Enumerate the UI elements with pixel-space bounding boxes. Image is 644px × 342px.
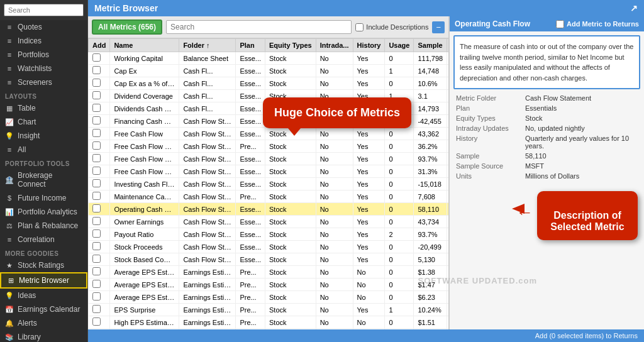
- table-row[interactable]: Free Cash Flow as ... Cash Flow Stat... …: [89, 153, 449, 165]
- row-name[interactable]: High EPS Estimate ...: [110, 316, 179, 329]
- table-row[interactable]: Cap Ex as a % of S... Cash Fl... Esse...…: [89, 77, 449, 90]
- row-name[interactable]: Free Cash Flow as ...: [110, 165, 179, 178]
- row-name[interactable]: Working Capital: [110, 52, 179, 65]
- table-row[interactable]: Average EPS Estim... Earnings Estim... P…: [89, 291, 449, 304]
- sidebar-item-stock-ratings[interactable]: ★ Stock Ratings: [0, 258, 87, 272]
- include-descriptions-checkbox-wrapper[interactable]: Include Descriptions: [355, 23, 428, 31]
- row-add-checkbox[interactable]: [89, 165, 110, 178]
- row-name[interactable]: Payout Ratio: [110, 228, 179, 241]
- include-descriptions-checkbox[interactable]: [355, 23, 364, 31]
- col-intra[interactable]: Intrada...: [316, 39, 353, 52]
- sidebar-item-table[interactable]: ▦ Table: [0, 101, 87, 115]
- sidebar-item-future-income[interactable]: $ Future Income: [0, 191, 87, 205]
- row-add-checkbox[interactable]: [89, 153, 110, 165]
- row-add-checkbox[interactable]: [89, 115, 110, 128]
- metric-search-input[interactable]: [166, 20, 352, 34]
- row-add-checkbox[interactable]: [89, 178, 110, 190]
- sidebar-item-alerts[interactable]: 🔔 Alerts: [0, 316, 87, 330]
- row-name[interactable]: Cap Ex as a % of S...: [110, 77, 179, 90]
- row-name[interactable]: Dividends Cash Flow: [110, 102, 179, 115]
- sidebar-search-box[interactable]: [0, 0, 87, 20]
- sidebar-item-watchlists[interactable]: ≡ Watchlists: [0, 62, 87, 75]
- row-add-checkbox[interactable]: [89, 228, 110, 241]
- row-name[interactable]: Average EPS Estim...: [110, 279, 179, 291]
- col-equity[interactable]: Equity Types: [265, 39, 316, 52]
- col-folder[interactable]: Folder ↑: [179, 39, 236, 52]
- row-add-checkbox[interactable]: [89, 304, 110, 316]
- add-metric-to-returns-button[interactable]: Add Metric to Returns: [556, 20, 639, 28]
- row-name[interactable]: EPS Surprise: [110, 304, 179, 316]
- row-name[interactable]: Investing Cash Flow: [110, 178, 179, 190]
- sidebar-item-brokerage-connect[interactable]: 🏦 Brokerage Connect: [0, 168, 87, 191]
- table-row[interactable]: Owner Earnings Cash Flow Stat... Esse...…: [89, 216, 449, 228]
- row-add-checkbox[interactable]: [89, 279, 110, 291]
- sidebar-item-insight[interactable]: 💡 Insight: [0, 129, 87, 143]
- row-name[interactable]: Owner Earnings: [110, 216, 179, 228]
- table-row[interactable]: Working Capital Balance Sheet Esse... St…: [89, 52, 449, 65]
- col-sample[interactable]: Sample: [414, 39, 447, 52]
- row-add-checkbox[interactable]: [89, 140, 110, 153]
- sidebar-item-all[interactable]: ≡ All: [0, 143, 87, 157]
- sidebar-item-correlation[interactable]: ≡ Correlation: [0, 233, 87, 246]
- row-name[interactable]: Free Cash Flow Pay...: [110, 140, 179, 153]
- row-name[interactable]: Operating Cash Flow: [110, 203, 179, 216]
- row-name[interactable]: Free Cash Flow as ...: [110, 153, 179, 165]
- col-plan[interactable]: Plan: [236, 39, 265, 52]
- table-row[interactable]: Average EPS Estim... Earnings Estim... P…: [89, 279, 449, 291]
- row-add-checkbox[interactable]: [89, 90, 110, 102]
- table-row[interactable]: Operating Cash Flow Cash Flow Stat... Es…: [89, 203, 449, 216]
- row-add-checkbox[interactable]: [89, 241, 110, 253]
- row-name[interactable]: Cap Ex: [110, 65, 179, 77]
- sidebar-item-portfolio-analytics[interactable]: 📊 Portfolio Analytics: [0, 205, 87, 219]
- sidebar-item-indices[interactable]: ≡ Indices: [0, 34, 87, 48]
- row-add-checkbox[interactable]: [89, 65, 110, 77]
- col-units[interactable]: Units: [447, 39, 448, 52]
- sidebar-item-metric-browser[interactable]: ⊞ Metric Browser: [0, 272, 87, 289]
- sidebar-item-chart[interactable]: 📈 Chart: [0, 115, 87, 129]
- add-returns-bar[interactable]: Add (0 selected items) to Returns: [88, 329, 644, 342]
- row-name[interactable]: Free Cash Flow: [110, 128, 179, 140]
- table-row[interactable]: High EPS Estimate ... Earnings Estim... …: [89, 316, 449, 329]
- sidebar-item-quotes[interactable]: ≡ Quotes: [0, 20, 87, 34]
- row-add-checkbox[interactable]: [89, 253, 110, 266]
- row-name[interactable]: Average EPS Estim...: [110, 291, 179, 304]
- row-add-checkbox[interactable]: [89, 52, 110, 65]
- row-name[interactable]: Average EPS Estim...: [110, 266, 179, 279]
- metric-table-wrapper[interactable]: Add Name Folder ↑ Plan Equity Types Intr…: [88, 38, 448, 333]
- table-row[interactable]: EPS Surprise Earnings Estim... Pre... St…: [89, 304, 449, 316]
- row-add-checkbox[interactable]: [89, 102, 110, 115]
- table-row[interactable]: Maintenance Cap Ex Cash Flow Stat... Pre…: [89, 190, 449, 203]
- sidebar-item-portfolios[interactable]: ≡ Portfolios: [0, 48, 87, 62]
- row-name[interactable]: Stock Proceeds: [110, 241, 179, 253]
- sidebar-item-plan-rebalance[interactable]: ⚖ Plan & Rebalance: [0, 219, 87, 233]
- table-row[interactable]: Investing Cash Flow Cash Flow Stat... Es…: [89, 178, 449, 190]
- row-add-checkbox[interactable]: [89, 77, 110, 90]
- row-add-checkbox[interactable]: [89, 203, 110, 216]
- row-name[interactable]: Maintenance Cap Ex: [110, 190, 179, 203]
- table-row[interactable]: Free Cash Flow Pay... Cash Flow Stat... …: [89, 140, 449, 153]
- table-row[interactable]: Free Cash Flow as ... Cash Flow Stat... …: [89, 165, 449, 178]
- table-row[interactable]: Payout Ratio Cash Flow Stat... Esse... S…: [89, 228, 449, 241]
- row-add-checkbox[interactable]: [89, 316, 110, 329]
- add-metric-checkbox[interactable]: [556, 20, 564, 28]
- row-name[interactable]: Dividend Coverage: [110, 90, 179, 102]
- row-name[interactable]: Stock Based Comp...: [110, 253, 179, 266]
- table-row[interactable]: Cap Ex Cash Fl... Esse... Stock No Yes 1…: [89, 65, 449, 77]
- row-add-checkbox[interactable]: [89, 216, 110, 228]
- col-usage[interactable]: Usage: [385, 39, 414, 52]
- row-add-checkbox[interactable]: [89, 291, 110, 304]
- sidebar-item-library[interactable]: 📚 Library: [0, 330, 87, 342]
- sidebar-search-input[interactable]: [4, 4, 84, 16]
- table-row[interactable]: Free Cash Flow Cash Flow Stat... Esse...…: [89, 128, 449, 140]
- external-link-icon[interactable]: ↗: [630, 3, 638, 13]
- row-add-checkbox[interactable]: [89, 266, 110, 279]
- sidebar-item-ideas[interactable]: 💡 Ideas: [0, 289, 87, 302]
- table-row[interactable]: Stock Proceeds Cash Flow Stat... Esse...…: [89, 241, 449, 253]
- table-row[interactable]: Average EPS Estim... Earnings Estim... P…: [89, 266, 449, 279]
- sidebar-item-earnings-calendar[interactable]: 📅 Earnings Calendar: [0, 302, 87, 316]
- col-history[interactable]: History: [353, 39, 385, 52]
- row-add-checkbox[interactable]: [89, 190, 110, 203]
- row-name[interactable]: Financing Cash Flow: [110, 115, 179, 128]
- collapse-button[interactable]: −: [432, 21, 445, 33]
- table-row[interactable]: Stock Based Comp... Cash Flow Stat... Es…: [89, 253, 449, 266]
